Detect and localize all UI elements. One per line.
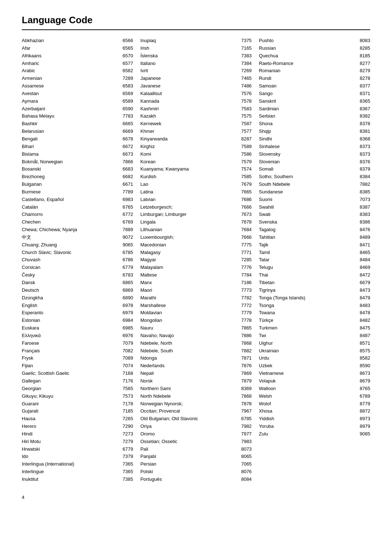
language-name: Nauru [140, 325, 241, 332]
table-row: Sinhalese8373 [259, 143, 370, 150]
language-code: 8083 [360, 37, 370, 44]
language-name: Lao [140, 181, 241, 188]
language-name: Quechua [259, 53, 360, 60]
table-row: Tigrinya8473 [259, 287, 370, 294]
language-code: 8483 [360, 302, 370, 309]
language-code: 9065 [123, 242, 133, 249]
language-code: 7578 [241, 98, 252, 105]
language-code: 7565 [123, 385, 133, 392]
language-code: 7176 [123, 378, 133, 385]
language-name: Kinyarwanda [140, 136, 241, 143]
table-row: Gaelic; Scottish Gaelic7168 [22, 370, 133, 377]
language-code: 7876 [241, 362, 252, 369]
language-name: Hausa [22, 415, 123, 422]
language-table: Abkhazian6566Afar6565Afrikaans6570Amhari… [22, 37, 370, 484]
language-name: Ivrit [140, 67, 241, 74]
language-name: Dansk [22, 279, 123, 286]
page-number: 4 [22, 495, 370, 500]
table-row: Walloon8765 [259, 385, 370, 392]
language-code: 7089 [123, 355, 133, 362]
table-row: Lao7679 [140, 181, 252, 188]
language-name: Chewa; Chichewa; Nyanja [22, 226, 123, 233]
language-name: Bislama [22, 151, 123, 158]
language-code: 8387 [360, 204, 370, 211]
table-row: Telugu8469 [259, 264, 370, 271]
language-code: 6869 [123, 287, 133, 294]
table-row: Polski8076 [140, 468, 252, 475]
table-row: Ossetian; Ossetic7983 [140, 438, 252, 445]
language-code: 8383 [360, 211, 370, 218]
language-name: Belarusian [22, 128, 123, 135]
table-row: Chuvash6786 [22, 257, 133, 263]
language-code: 7289 [123, 75, 133, 82]
page-title: Language Code [22, 15, 370, 26]
language-name: Rundi [259, 75, 360, 82]
language-code: 7384 [241, 60, 252, 67]
table-row: Hrwatski6779 [22, 446, 133, 453]
language-name: North Ndebele [140, 393, 241, 400]
language-code: 6865 [123, 279, 133, 286]
language-code: 7866 [123, 159, 133, 165]
table-row: Amharic6577 [22, 60, 133, 67]
language-name: Magyar [140, 257, 241, 263]
language-code: 7776 [241, 264, 252, 271]
language-code: 7585 [241, 173, 252, 180]
table-row: Panjabi8065 [140, 453, 252, 460]
table-row: Bislama6673 [22, 151, 133, 158]
table-row: Esperanto6979 [22, 310, 133, 316]
language-code: 6785 [241, 415, 252, 422]
table-row: Ukrainian8575 [259, 348, 370, 355]
language-name: Pali [140, 446, 241, 453]
language-name: Georgian [22, 385, 123, 392]
language-name: Ndebele, North [140, 340, 241, 347]
language-name: Chechen [22, 219, 123, 226]
language-code: 8575 [360, 348, 370, 355]
language-code: 6671 [123, 181, 133, 188]
language-name: Chuang; Zhuang [22, 242, 123, 249]
language-code: 7666 [241, 234, 252, 241]
table-row: Dansk6865 [22, 279, 133, 286]
table-row: Ido7379 [22, 453, 133, 460]
table-row: Inuktitut7385 [22, 476, 133, 483]
language-code: 7589 [241, 143, 252, 150]
table-row: Hausa7265 [22, 415, 133, 422]
language-code: 8185 [360, 53, 370, 60]
language-name: Hindi [22, 431, 123, 438]
table-row: Ελληνικά6976 [22, 332, 133, 339]
language-name: Panjabi [140, 453, 241, 460]
language-name: Lithuanian [140, 226, 241, 233]
table-row: Turkmen8475 [259, 325, 370, 332]
table-row: Ivrit7269 [140, 67, 252, 74]
language-code: 6569 [123, 90, 133, 97]
language-name: English [22, 302, 123, 309]
language-name: Lingala [140, 219, 241, 226]
language-name: Frysk [22, 355, 123, 362]
language-code: 7290 [123, 423, 133, 430]
language-name: Korean [140, 159, 241, 165]
table-row: Brezhoneg6682 [22, 173, 133, 180]
language-code: 7065 [241, 461, 252, 468]
language-code: 7889 [123, 226, 133, 233]
language-name: Ελληνικά [22, 332, 123, 339]
table-row: Kinyarwanda8287 [140, 136, 252, 143]
language-code: 8073 [241, 446, 252, 453]
language-code: 6582 [123, 67, 133, 74]
language-name: Česky [22, 272, 123, 279]
language-code: 8872 [360, 408, 370, 415]
language-name: Íslenska [140, 53, 241, 60]
language-code: 8368 [360, 136, 370, 143]
language-name: Oriya [140, 423, 241, 430]
table-row: Bahasa Melayu7783 [22, 113, 133, 120]
table-row: Bashkir6665 [22, 120, 133, 127]
language-name: Persian [140, 461, 241, 468]
language-code: 7967 [241, 408, 252, 415]
language-name: Bashkir [22, 120, 123, 127]
table-row: Sardinian8367 [259, 106, 370, 112]
table-row: Raeto-Romance8277 [259, 60, 370, 67]
table-row: Íslenska7383 [140, 53, 252, 60]
language-name: Ndonga [140, 355, 241, 362]
language-code: 6779 [123, 446, 133, 453]
table-row: Samoan8377 [259, 83, 370, 90]
language-name: Avestan [22, 90, 123, 97]
language-code: 8373 [360, 151, 370, 158]
